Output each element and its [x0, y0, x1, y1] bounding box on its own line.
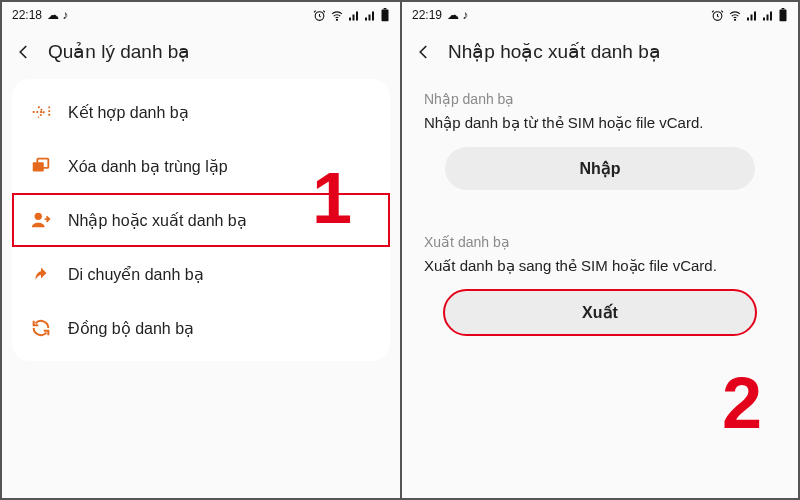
- dedupe-icon: [30, 155, 52, 177]
- import-heading: Nhập danh bạ: [424, 91, 776, 107]
- item-label: Nhập hoặc xuất danh bạ: [68, 211, 247, 230]
- signal-icon: [348, 9, 360, 22]
- export-section: Xuất danh bạ Xuất danh bạ sang thẻ SIM h…: [402, 222, 798, 347]
- export-heading: Xuất danh bạ: [424, 234, 776, 250]
- status-time: 22:19: [412, 8, 442, 22]
- item-label: Đồng bộ danh bạ: [68, 319, 194, 338]
- alarm-icon: [711, 9, 724, 22]
- item-sync-contacts[interactable]: Đồng bộ danh bạ: [12, 301, 390, 355]
- item-label: Xóa danh bạ trùng lặp: [68, 157, 228, 176]
- status-time: 22:18: [12, 8, 42, 22]
- back-icon[interactable]: [14, 42, 34, 62]
- export-description: Xuất danh bạ sang thẻ SIM hoặc file vCar…: [424, 256, 776, 276]
- status-left-icons: ☁ ♪: [447, 8, 468, 22]
- screen-manage-contacts: 22:18 ☁ ♪ Quản lý danh bạ Kết: [2, 2, 400, 498]
- item-merge-contacts[interactable]: Kết hợp danh bạ: [12, 85, 390, 139]
- screen-import-export: 22:19 ☁ ♪ Nhập hoặc xuất danh bạ Nhập da…: [400, 2, 798, 498]
- sync-icon: [30, 317, 52, 339]
- signal-icon: [364, 9, 376, 22]
- options-card: Kết hợp danh bạ Xóa danh bạ trùng lặp Nh…: [12, 79, 390, 361]
- item-move-contacts[interactable]: Di chuyển danh bạ: [12, 247, 390, 301]
- merge-icon: [30, 101, 52, 123]
- svg-rect-2: [382, 9, 389, 21]
- page-title: Nhập hoặc xuất danh bạ: [448, 40, 661, 63]
- status-right-icons: [711, 8, 788, 22]
- import-button[interactable]: Nhập: [445, 147, 755, 190]
- signal-icon: [746, 9, 758, 22]
- battery-icon: [380, 8, 390, 22]
- alarm-icon: [313, 9, 326, 22]
- svg-point-1: [336, 19, 337, 20]
- header: Quản lý danh bạ: [2, 28, 400, 79]
- svg-point-8: [734, 19, 735, 20]
- import-export-icon: [30, 209, 52, 231]
- wifi-icon: [728, 9, 742, 22]
- item-remove-duplicates[interactable]: Xóa danh bạ trùng lặp: [12, 139, 390, 193]
- item-import-export[interactable]: Nhập hoặc xuất danh bạ: [12, 193, 390, 247]
- back-icon[interactable]: [414, 42, 434, 62]
- status-left-icons: ☁ ♪: [47, 8, 68, 22]
- move-icon: [30, 263, 52, 285]
- signal-icon: [762, 9, 774, 22]
- svg-rect-3: [384, 8, 387, 9]
- status-bar: 22:18 ☁ ♪: [2, 2, 400, 28]
- svg-rect-10: [782, 8, 785, 9]
- battery-icon: [778, 8, 788, 22]
- import-section: Nhập danh bạ Nhập danh bạ từ thẻ SIM hoặ…: [402, 79, 798, 204]
- item-label: Kết hợp danh bạ: [68, 103, 189, 122]
- svg-rect-9: [780, 9, 787, 21]
- page-title: Quản lý danh bạ: [48, 40, 190, 63]
- status-bar: 22:19 ☁ ♪: [402, 2, 798, 28]
- header: Nhập hoặc xuất danh bạ: [402, 28, 798, 79]
- status-right-icons: [313, 8, 390, 22]
- export-button[interactable]: Xuất: [445, 291, 755, 334]
- import-description: Nhập danh bạ từ thẻ SIM hoặc file vCard.: [424, 113, 776, 133]
- wifi-icon: [330, 9, 344, 22]
- item-label: Di chuyển danh bạ: [68, 265, 204, 284]
- svg-point-6: [35, 213, 42, 220]
